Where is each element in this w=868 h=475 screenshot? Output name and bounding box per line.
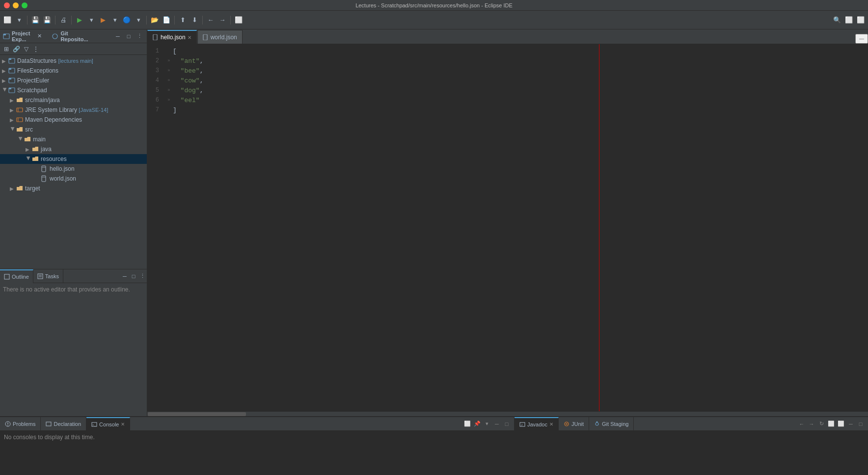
console-tab-close[interactable]: ✕ [121,422,125,427]
javadoc-open[interactable]: ⬜ [827,420,836,428]
pe-minimize-button[interactable]: ─ [113,32,122,41]
tab-hello-json[interactable]: hello.json ✕ [147,30,197,44]
tree-item-hello-json[interactable]: ▶ hello.json [0,164,147,174]
tree-item-java[interactable]: ▶ java [0,144,147,154]
tree-item-main[interactable]: ▶ main [0,134,147,144]
back-button[interactable]: ← [205,15,216,26]
javadoc-refresh[interactable]: ↻ [817,420,826,428]
editor-scrollbar-thumb[interactable] [148,412,246,416]
close-button[interactable] [4,2,10,8]
arrow-filesexc: ▶ [2,68,8,74]
world-json-tab-label: world.json [211,34,237,41]
bottom-right-panel: J Javadoc ✕ JUnit Git Staging ← → ↻ ⬜ ⬜ … [515,417,868,475]
search-toolbar-button[interactable]: 🔍 [832,15,842,26]
svg-rect-20 [38,274,43,279]
view-menu-button[interactable]: ⋮ [31,45,40,53]
link-editor-button[interactable]: 🔗 [12,45,21,53]
code-editor[interactable]: 1 [ 2 » "ant", 3 » "bee", 4 » "cow", [147,44,868,411]
editor-minimize-button[interactable]: ─ [855,34,868,44]
collapse-all-button[interactable]: ⊞ [2,45,11,53]
pe-close-button[interactable]: ✕ [35,32,44,41]
outline-menu-button[interactable]: ⋮ [138,272,147,281]
tab-junit[interactable]: JUnit [559,417,589,431]
pe-maximize-button[interactable]: □ [124,32,133,41]
tree-item-src[interactable]: ▶ src [0,125,147,134]
forward-button[interactable]: → [217,15,228,26]
tree-item-jre[interactable]: ▶ JRE System Library [JavaSE-14] [0,105,147,115]
tab-javadoc[interactable]: J Javadoc ✕ [515,417,559,431]
tab-problems[interactable]: Problems [0,417,41,431]
tree-item-world-json[interactable]: ▶ world.json [0,174,147,184]
tree-item-euler[interactable]: ▶ ProjectEuler [0,76,147,85]
tree-item-datastruct[interactable]: ▶ DataStructures [lectures main] [0,56,147,66]
javadoc-maximize[interactable]: □ [856,420,865,428]
perspective-button[interactable]: ⬜ [843,15,854,26]
arrow-jre: ▶ [10,107,16,113]
tab-declaration[interactable]: Declaration [41,417,86,431]
tab-tasks[interactable]: Tasks [33,269,63,283]
outline-collapse-button[interactable]: ─ [120,272,129,281]
maximize-button[interactable] [22,2,27,8]
console-pin[interactable]: 📌 [473,420,482,428]
icon-jre [16,106,24,114]
debug-button[interactable]: ▶ [98,15,108,26]
console-maximize[interactable]: □ [502,420,511,428]
new-button[interactable]: ⬜ [2,15,13,26]
project-icon [3,33,10,40]
console-open-console[interactable]: ⬜ [463,420,472,428]
coverage-button[interactable]: 🔵 [121,15,132,26]
icon-filesexc [8,67,16,75]
icon-main [24,135,31,143]
tree-item-target[interactable]: ▶ target [0,184,147,193]
tree-item-resources[interactable]: ▶ resources [0,154,147,164]
label-filesexc: FilesExceptions [17,67,58,74]
outline-expand-button[interactable]: □ [129,272,138,281]
debug-dropdown[interactable]: ▾ [109,15,120,26]
print-margin-line [599,44,599,411]
console-minimize[interactable]: ─ [492,420,501,428]
tree-item-src-main-java[interactable]: ▶ src/main/java [0,95,147,105]
filter-button[interactable]: ▽ [22,45,30,53]
tab-world-json[interactable]: world.json [197,30,243,44]
print-button[interactable]: 🖨 [58,15,69,26]
javadoc-open2[interactable]: ⬜ [837,420,845,428]
new-dropdown[interactable]: ▾ [14,15,25,26]
minimize-button[interactable] [13,2,19,8]
bottom-left-tabs: Problems Declaration >_ Console ✕ ⬜ 📌 ▾ … [0,417,514,431]
hello-json-tab-close[interactable]: ✕ [188,35,191,40]
line-content-7: ] [173,106,177,114]
open-type-button[interactable]: 📂 [149,15,160,26]
sep1 [27,16,27,25]
svg-point-27 [7,425,8,426]
tree-item-filesexc[interactable]: ▶ FilesExceptions [0,66,147,76]
javadoc-minimize[interactable]: ─ [846,420,855,428]
quick-access-button[interactable]: ⬜ [855,15,866,26]
prev-annotation-button[interactable]: ⬆ [177,15,188,26]
console-message: No consoles to display at this time. [4,434,95,441]
console-dropdown[interactable]: ▾ [483,420,491,428]
open-perspective-button[interactable]: ⬜ [233,15,244,26]
arrow-java: ▶ [26,147,31,152]
editor-scrollbar[interactable] [147,411,868,416]
run-dropdown[interactable]: ▾ [86,15,97,26]
javadoc-tab-close[interactable]: ✕ [549,422,553,427]
javadoc-back[interactable]: ← [797,420,806,428]
code-line-4: 4 » "cow", [147,76,868,85]
icon-datastruct [8,57,16,65]
window-controls [4,2,27,8]
pe-menu-button[interactable]: ⋮ [135,32,144,41]
open-resource-button[interactable]: 📄 [161,15,172,26]
save-all-button[interactable]: 💾 [42,15,53,26]
tree-item-scratchpad[interactable]: ▶ Scratchpad [0,85,147,95]
junit-icon [564,421,570,427]
git-staging-icon [594,421,600,427]
javadoc-forward[interactable]: → [807,420,816,428]
tab-git-staging[interactable]: Git Staging [589,417,634,431]
coverage-dropdown[interactable]: ▾ [133,15,144,26]
tab-outline[interactable]: Outline [0,269,33,283]
tree-item-maven[interactable]: ▶ Maven Dependencies [0,115,147,125]
save-button[interactable]: 💾 [30,15,41,26]
next-annotation-button[interactable]: ⬇ [189,15,200,26]
run-button[interactable]: ▶ [74,15,85,26]
tab-console[interactable]: >_ Console ✕ [86,417,130,431]
